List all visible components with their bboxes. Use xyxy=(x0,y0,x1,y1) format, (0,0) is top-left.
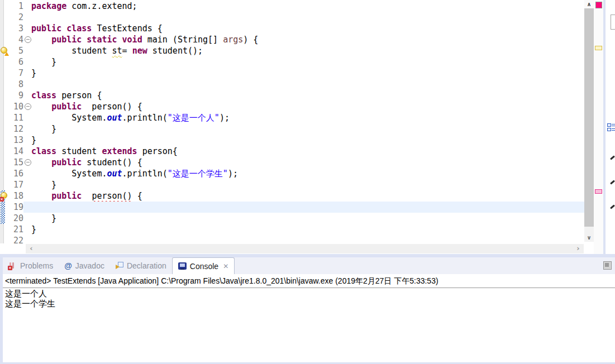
scroll-right-arrow-icon[interactable]: › xyxy=(574,244,582,253)
line-number[interactable]: 18 xyxy=(9,190,25,202)
code-text[interactable] xyxy=(31,12,584,23)
outline-view-icon[interactable] xyxy=(607,123,615,132)
code-text[interactable]: System.out.println("这是一个人"); xyxy=(31,112,584,123)
line-number[interactable]: 14 xyxy=(9,146,25,157)
line-number[interactable]: 21 xyxy=(9,224,25,235)
line-number[interactable]: 1 xyxy=(9,1,25,12)
code-text[interactable]: } xyxy=(31,224,584,235)
code-line[interactable]: 8 xyxy=(0,79,584,90)
tab-problems[interactable]: Problems xyxy=(3,257,59,274)
code-text[interactable]: public person() { xyxy=(31,190,584,202)
code-text[interactable] xyxy=(31,79,584,90)
code-text[interactable]: class student extends person{ xyxy=(31,146,584,157)
marker-cell xyxy=(0,23,9,34)
code-text[interactable] xyxy=(31,202,584,213)
line-number[interactable]: 19 xyxy=(9,202,25,213)
code-line[interactable]: 10 public person() { xyxy=(0,101,584,112)
overview-error-indicator[interactable] xyxy=(595,2,602,8)
tab-declaration[interactable]: Declaration xyxy=(110,257,172,274)
line-number[interactable]: 11 xyxy=(9,112,25,123)
minimized-view-icon[interactable] xyxy=(610,180,615,184)
code-line[interactable]: 4 public static void main (String[] args… xyxy=(0,34,584,45)
error-lightbulb-icon[interactable] xyxy=(1,192,8,200)
editor-horizontal-scrollbar[interactable]: ‹ › xyxy=(26,244,584,253)
code-line[interactable]: 13} xyxy=(0,135,584,146)
code-line[interactable]: 22 xyxy=(0,235,584,244)
overview-error-marker[interactable] xyxy=(595,189,602,194)
line-number[interactable]: 20 xyxy=(9,213,25,224)
line-number[interactable]: 9 xyxy=(9,90,25,101)
code-line[interactable]: 6 } xyxy=(0,56,584,68)
java-editor[interactable]: 1package com.z.extend;23public class Tes… xyxy=(0,0,603,257)
code-text[interactable]: student st= new student(); xyxy=(31,45,584,56)
fold-toggle-icon[interactable] xyxy=(25,159,31,166)
code-line[interactable]: 18 public person() { xyxy=(0,190,584,202)
line-number[interactable]: 4 xyxy=(9,34,25,45)
code-line[interactable]: 11 System.out.println("这是一个人"); xyxy=(0,112,584,123)
overview-ruler[interactable] xyxy=(594,0,603,254)
code-text[interactable]: } xyxy=(31,179,584,190)
scroll-left-arrow-icon[interactable]: ‹ xyxy=(27,244,35,253)
close-icon[interactable]: ✕ xyxy=(223,262,228,270)
code-text[interactable] xyxy=(31,235,584,244)
code-line[interactable]: 12 } xyxy=(0,123,584,135)
editor-vertical-scrollbar[interactable]: ∧ ∨ xyxy=(584,0,594,242)
fold-toggle-icon[interactable] xyxy=(25,36,31,43)
line-number[interactable]: 5 xyxy=(9,45,25,56)
code-line[interactable]: 1package com.z.extend; xyxy=(0,1,584,12)
tab-console[interactable]: Console ✕ xyxy=(172,257,235,274)
code-line[interactable]: 9class person { xyxy=(0,90,584,101)
code-line[interactable]: 15 public student() { xyxy=(0,157,584,168)
line-number[interactable]: 12 xyxy=(9,123,25,135)
code-line[interactable]: 17 } xyxy=(0,179,584,190)
code-line[interactable]: 19 xyxy=(0,202,584,213)
marker-cell xyxy=(0,45,9,56)
code-line[interactable]: 3public class TestExtends { xyxy=(0,23,584,34)
tab-javadoc[interactable]: @ Javadoc xyxy=(59,257,110,274)
console-output[interactable]: 这是一个人 这是一个学生 xyxy=(3,289,615,309)
line-number[interactable]: 7 xyxy=(9,68,25,79)
line-number[interactable]: 10 xyxy=(9,101,25,112)
overview-warning-marker[interactable] xyxy=(595,46,602,50)
line-number[interactable]: 22 xyxy=(9,235,25,244)
code-lines[interactable]: 1package com.z.extend;23public class Tes… xyxy=(0,1,584,244)
code-line[interactable]: 14class student extends person{ xyxy=(0,146,584,157)
line-number[interactable]: 13 xyxy=(9,135,25,146)
line-number[interactable]: 6 xyxy=(9,56,25,68)
code-text[interactable]: } xyxy=(31,213,584,224)
scroll-down-arrow-icon[interactable]: ∨ xyxy=(584,233,594,242)
code-text[interactable]: public person() { xyxy=(31,101,584,112)
code-text[interactable]: package com.z.extend; xyxy=(31,1,584,12)
code-text[interactable]: public static void main (String[] args) … xyxy=(31,34,584,45)
vertical-scrollbar-thumb[interactable] xyxy=(584,8,594,227)
code-text[interactable]: public student() { xyxy=(31,157,584,168)
code-line[interactable]: 7} xyxy=(0,68,584,79)
code-line[interactable]: 21} xyxy=(0,224,584,235)
code-line[interactable]: 16 System.out.println("这是一个学生"); xyxy=(0,168,584,179)
fold-column xyxy=(25,34,31,45)
code-text[interactable]: class person { xyxy=(31,90,584,101)
minimized-view-icon[interactable] xyxy=(610,204,615,209)
code-text[interactable]: public class TestExtends { xyxy=(31,23,584,34)
line-number[interactable]: 15 xyxy=(9,157,25,168)
code-line[interactable]: 2 xyxy=(0,12,584,23)
minimized-view-slot[interactable] xyxy=(611,15,615,30)
scroll-up-arrow-icon[interactable]: ∧ xyxy=(584,0,594,8)
code-text[interactable]: } xyxy=(31,123,584,135)
minimized-view-icon[interactable] xyxy=(610,155,615,160)
line-number[interactable]: 17 xyxy=(9,179,25,190)
code-text[interactable]: } xyxy=(31,135,584,146)
code-text[interactable]: System.out.println("这是一个学生"); xyxy=(31,168,584,179)
code-text[interactable]: } xyxy=(31,56,584,68)
editor-right-sash[interactable] xyxy=(603,0,606,257)
fold-toggle-icon[interactable] xyxy=(25,103,31,110)
maximize-view-icon[interactable] xyxy=(603,261,612,270)
code-text[interactable]: } xyxy=(31,68,584,79)
code-line[interactable]: 5 student st= new student(); xyxy=(0,45,584,56)
line-number[interactable]: 3 xyxy=(9,23,25,34)
line-number[interactable]: 2 xyxy=(9,12,25,23)
code-line[interactable]: 20 } xyxy=(0,213,584,224)
line-number[interactable]: 16 xyxy=(9,168,25,179)
line-number[interactable]: 8 xyxy=(9,79,25,90)
warning-lightbulb-icon[interactable] xyxy=(1,47,8,55)
